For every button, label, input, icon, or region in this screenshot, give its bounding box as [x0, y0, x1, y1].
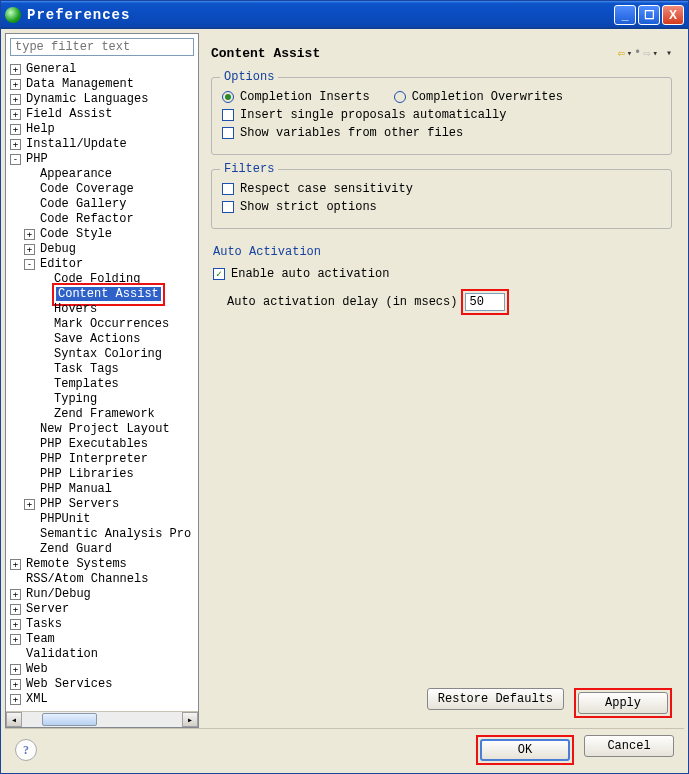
scroll-left-icon[interactable]: ◂ — [6, 712, 22, 727]
insert-single-label: Insert single proposals automatically — [240, 108, 506, 122]
completion-inserts-label: Completion Inserts — [240, 90, 370, 104]
tree-item-phpunit[interactable]: PHPUnit — [10, 512, 196, 527]
tree-item-zend-framework[interactable]: Zend Framework — [10, 407, 196, 422]
completion-overwrites-label: Completion Overwrites — [412, 90, 563, 104]
filter-input[interactable] — [10, 38, 194, 56]
show-variables-label: Show variables from other files — [240, 126, 463, 140]
tree-item-web-services[interactable]: +Web Services — [10, 677, 196, 692]
tree-item-php-libraries[interactable]: PHP Libraries — [10, 467, 196, 482]
tree-item-syntax-coloring[interactable]: Syntax Coloring — [10, 347, 196, 362]
tree-item-php-servers[interactable]: +PHP Servers — [10, 497, 196, 512]
tree-item-php-interpreter[interactable]: PHP Interpreter — [10, 452, 196, 467]
ok-button[interactable]: OK — [480, 739, 570, 761]
tree-item-new-project-layout[interactable]: New Project Layout — [10, 422, 196, 437]
tree-item-semantic-analysis[interactable]: Semantic Analysis Pro — [10, 527, 196, 542]
client-area: +General +Data Management +Dynamic Langu… — [1, 29, 688, 773]
tree-item-team[interactable]: +Team — [10, 632, 196, 647]
delay-label: Auto activation delay (in msecs) — [227, 295, 457, 309]
help-icon[interactable]: ? — [15, 739, 37, 761]
tree-item-server[interactable]: +Server — [10, 602, 196, 617]
forward-dropdown-icon[interactable]: ▾ — [653, 48, 658, 59]
filters-group: Filters Respect case sensitivity Show st… — [211, 169, 672, 229]
tree-item-templates[interactable]: Templates — [10, 377, 196, 392]
tree-item-code-gallery[interactable]: Code Gallery — [10, 197, 196, 212]
tree-item-tasks[interactable]: +Tasks — [10, 617, 196, 632]
respect-case-label: Respect case sensitivity — [240, 182, 413, 196]
enable-auto-activation-label: Enable auto activation — [231, 267, 389, 281]
close-button[interactable]: X — [662, 5, 684, 25]
insert-single-checkbox[interactable] — [222, 109, 234, 121]
tree-horizontal-scrollbar[interactable]: ◂ ▸ — [6, 711, 198, 727]
tree-item-task-tags[interactable]: Task Tags — [10, 362, 196, 377]
tree-item-save-actions[interactable]: Save Actions — [10, 332, 196, 347]
main-area: +General +Data Management +Dynamic Langu… — [5, 33, 684, 728]
tree-item-typing[interactable]: Typing — [10, 392, 196, 407]
tree-item-field-assist[interactable]: +Field Assist — [10, 107, 196, 122]
enable-auto-activation-checkbox[interactable] — [213, 268, 225, 280]
scroll-thumb[interactable] — [42, 713, 97, 726]
view-menu-icon[interactable]: ▾ — [666, 47, 672, 59]
tree-item-general[interactable]: +General — [10, 62, 196, 77]
tree-item-content-assist[interactable]: Content Assist — [10, 287, 196, 302]
options-legend: Options — [220, 70, 278, 84]
tree-item-help[interactable]: +Help — [10, 122, 196, 137]
maximize-button[interactable]: ☐ — [638, 5, 660, 25]
window-title: Preferences — [27, 7, 614, 23]
completion-overwrites-radio[interactable] — [394, 91, 406, 103]
auto-activation-legend: Auto Activation — [213, 245, 672, 259]
content-pane: Content Assist ⇦ ▾ • ⇨ ▾ ▾ Options Compl… — [199, 33, 684, 728]
tree-item-install-update[interactable]: +Install/Update — [10, 137, 196, 152]
scroll-right-icon[interactable]: ▸ — [182, 712, 198, 727]
tree-item-remote-systems[interactable]: +Remote Systems — [10, 557, 196, 572]
tree-item-zend-guard[interactable]: Zend Guard — [10, 542, 196, 557]
titlebar: Preferences _ ☐ X — [1, 1, 688, 29]
app-icon — [5, 7, 21, 23]
tree-item-xml[interactable]: +XML — [10, 692, 196, 707]
options-group: Options Completion Inserts Completion Ov… — [211, 77, 672, 155]
apply-button[interactable]: Apply — [578, 692, 668, 714]
tree-item-debug[interactable]: +Debug — [10, 242, 196, 257]
show-variables-checkbox[interactable] — [222, 127, 234, 139]
forward-icon: ⇨ — [643, 46, 650, 61]
tree-item-validation[interactable]: Validation — [10, 647, 196, 662]
tree-item-rss-atom[interactable]: RSS/Atom Channels — [10, 572, 196, 587]
preferences-tree[interactable]: +General +Data Management +Dynamic Langu… — [6, 60, 198, 711]
tree-item-dynamic-languages[interactable]: +Dynamic Languages — [10, 92, 196, 107]
respect-case-checkbox[interactable] — [222, 183, 234, 195]
back-icon[interactable]: ⇦ — [617, 46, 624, 61]
content-button-bar: Restore Defaults Apply — [211, 682, 672, 722]
content-header: Content Assist ⇦ ▾ • ⇨ ▾ ▾ — [211, 39, 672, 67]
cancel-button[interactable]: Cancel — [584, 735, 674, 757]
filters-legend: Filters — [220, 162, 278, 176]
dialog-footer: ? OK Cancel — [5, 728, 684, 769]
delay-input[interactable] — [465, 293, 505, 311]
restore-defaults-button[interactable]: Restore Defaults — [427, 688, 564, 710]
page-title: Content Assist — [211, 46, 617, 61]
scroll-track[interactable] — [22, 712, 182, 727]
back-dropdown-icon[interactable]: ▾ — [627, 48, 632, 59]
nav-arrows: ⇦ ▾ • ⇨ ▾ ▾ — [617, 46, 672, 61]
tree-item-appearance[interactable]: Appearance — [10, 167, 196, 182]
tree-item-code-coverage[interactable]: Code Coverage — [10, 182, 196, 197]
tree-item-php-manual[interactable]: PHP Manual — [10, 482, 196, 497]
minimize-button[interactable]: _ — [614, 5, 636, 25]
tree-item-php-executables[interactable]: PHP Executables — [10, 437, 196, 452]
tree-item-data-management[interactable]: +Data Management — [10, 77, 196, 92]
tree-item-code-refactor[interactable]: Code Refactor — [10, 212, 196, 227]
preferences-window: Preferences _ ☐ X +General +Data Managem… — [0, 0, 689, 774]
strict-label: Show strict options — [240, 200, 377, 214]
completion-inserts-radio[interactable] — [222, 91, 234, 103]
tree-item-mark-occurrences[interactable]: Mark Occurrences — [10, 317, 196, 332]
strict-checkbox[interactable] — [222, 201, 234, 213]
window-controls: _ ☐ X — [614, 5, 684, 25]
tree-item-editor[interactable]: -Editor — [10, 257, 196, 272]
tree-item-php[interactable]: -PHP — [10, 152, 196, 167]
sidebar: +General +Data Management +Dynamic Langu… — [5, 33, 199, 728]
tree-item-code-style[interactable]: +Code Style — [10, 227, 196, 242]
tree-item-run-debug[interactable]: +Run/Debug — [10, 587, 196, 602]
tree-item-web[interactable]: +Web — [10, 662, 196, 677]
